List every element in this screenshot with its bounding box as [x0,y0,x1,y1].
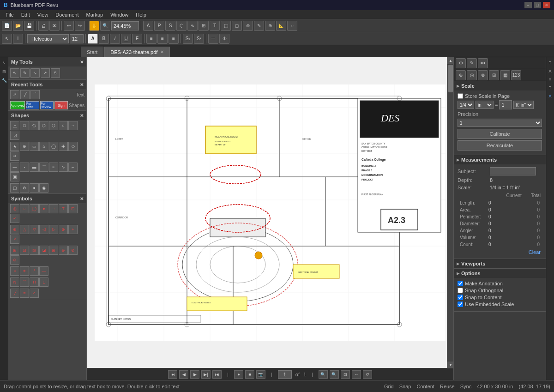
tool9[interactable]: ◻ [232,21,242,31]
rt-more[interactable]: ••• [478,58,488,68]
print-btn[interactable]: 🖨 [38,21,48,31]
make-annotation-cb[interactable] [458,281,463,286]
font-color-btn[interactable]: A [88,34,98,44]
italic-btn[interactable]: I [110,34,120,44]
align-right[interactable]: ≡ [169,34,179,44]
shape-r-arrow[interactable]: ⇒ [10,151,19,161]
sym5-1[interactable]: N [10,277,19,287]
store-scale-checkbox[interactable] [458,93,463,99]
v-scrollbar[interactable]: ▲ ▼ [447,57,453,368]
recent-arc[interactable]: ⌒ [30,90,40,99]
sym4-4[interactable]: — [39,266,48,276]
email-btn[interactable]: ✉ [49,21,60,31]
embedded-scale-cb[interactable] [458,302,463,307]
tool13[interactable]: 📐 [276,21,286,31]
shape-arrow-r[interactable]: → [68,121,78,130]
my-tool-2[interactable]: ✎ [20,68,30,78]
sym2-5[interactable]: ▷ [49,225,58,234]
nav-first[interactable]: ⏮ [168,370,177,379]
fr-btn-5[interactable]: A [547,92,554,100]
scale-val2[interactable] [499,100,512,109]
snap-orthogonal-cb[interactable] [458,288,463,293]
shape-rect-r[interactable]: ▢ [10,183,19,193]
content-label[interactable]: Content [416,384,434,389]
font-select[interactable]: Helvetica Arial Times [27,34,69,43]
recent-arrow[interactable]: ↗ [10,90,19,99]
minimize-button[interactable]: − [524,2,532,8]
symbols-header[interactable]: Symbols ✕ [8,194,86,203]
menu-edit[interactable]: Edit [18,12,34,18]
shape-rect3[interactable]: ▬ [30,163,39,172]
recent-tools-header[interactable]: Recent Tools ✕ [8,80,86,89]
sym-text[interactable]: T [59,204,68,213]
my-tool-3[interactable]: ∿ [30,68,40,78]
tool6[interactable]: ⊞ [199,21,209,31]
stamp-sign[interactable]: Sign [54,101,68,109]
rt2-1[interactable]: ⊕ [456,70,466,80]
viewports-header[interactable]: Viewports [454,259,546,268]
tool2[interactable]: P [154,21,164,31]
tool10[interactable]: ⊗ [243,21,253,31]
pdf-viewport[interactable]: MECHANICAL ROOM IN THIS ROOM TO BE PART … [87,57,453,368]
shape-frame[interactable]: ▣ [10,172,19,181]
sym2-6[interactable]: ⊗ [59,225,68,234]
cursor-btn[interactable]: ↖ [2,34,12,44]
sym-dot[interactable]: ● [39,204,48,213]
stamp-draft[interactable]: For Draft [26,101,39,109]
stamp-approved[interactable]: Approved [10,101,25,109]
rt2-num[interactable]: 123 [511,70,521,80]
precision-select[interactable]: 123 [458,119,542,127]
shape-oct[interactable]: ⬡ [49,121,58,130]
page-input[interactable] [278,370,292,379]
canvas-area[interactable]: MECHANICAL ROOM IN THIS ROOM TO BE PART … [87,57,453,380]
sym-donut[interactable]: ◎ [10,204,19,213]
scale-header[interactable]: Scale [454,81,546,90]
superscript[interactable]: S² [194,34,204,44]
shapes-close[interactable]: ✕ [80,113,84,118]
symbols-close[interactable]: ✕ [80,196,84,201]
open-btn[interactable]: 📂 [13,21,23,31]
shape-hex[interactable]: ⬡ [39,121,48,130]
scroll-track[interactable] [447,65,453,362]
shape-corner2[interactable]: ⌐ [68,163,78,172]
tab-start[interactable]: Start [81,47,103,57]
sym3-4[interactable]: ◪ [39,246,48,255]
nav-prev[interactable]: ◀ [179,370,188,379]
sym-frame[interactable]: ⊡ [68,204,78,213]
list-btn[interactable]: ≔ [208,34,218,44]
subject-input[interactable] [490,167,536,175]
sym5-3[interactable]: ⊓ [30,277,39,287]
rt2-2[interactable]: ◎ [467,70,477,80]
sym3-7[interactable]: ⊗ [68,246,78,255]
redo-btn[interactable]: ↪ [75,21,85,31]
my-tools-header[interactable]: My Tools ✕ [8,57,86,66]
sync-label[interactable]: Sync [460,384,471,389]
zoom-input[interactable] [111,21,139,30]
menu-file[interactable]: File [2,12,18,18]
sym2-2[interactable]: △ [20,225,29,234]
sidebar-grid[interactable]: ⊞ [0,68,8,75]
sym-arrow[interactable]: → [49,204,58,213]
sym4-1[interactable]: ⌖ [10,266,19,276]
shape-cross[interactable]: ✚ [59,142,68,151]
nav-next[interactable]: ▶| [201,370,211,379]
underline-btn[interactable]: U [121,34,131,44]
measurements-header[interactable]: Measurements [454,155,546,164]
scroll-up-btn[interactable]: ▲ [447,57,453,64]
menu-help[interactable]: Help [132,12,150,18]
sym4-3[interactable]: / [30,266,39,276]
fr-btn-3[interactable]: ≡ [547,76,554,83]
my-tools-close[interactable]: ✕ [80,60,84,65]
nav-stop[interactable]: ■ [245,370,254,379]
shape-pentagon[interactable]: ⬠ [30,121,39,130]
fr-btn-1[interactable]: T [547,59,554,66]
sym6-1[interactable]: ╱ [10,289,19,298]
shape-no[interactable]: ⊘ [20,183,29,193]
shapes-header[interactable]: Shapes ✕ [8,111,86,120]
snap-label[interactable]: Snap [399,384,411,389]
sym5-4[interactable]: ⊔ [39,277,48,287]
my-tool-4[interactable]: ↗ [41,68,50,78]
snap-content-cb[interactable] [458,295,463,300]
shape-line-h[interactable]: — [10,163,19,172]
rt2-5[interactable]: ▦ [500,70,510,80]
